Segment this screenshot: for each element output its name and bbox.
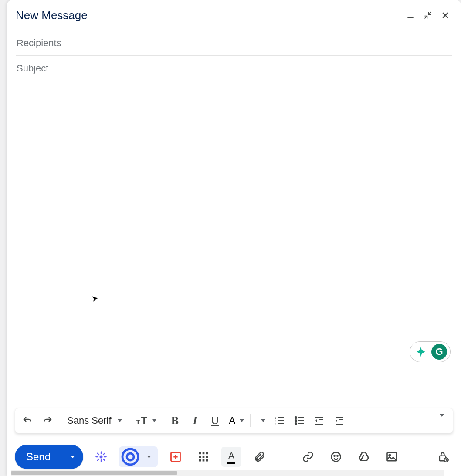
more-formatting-button[interactable] bbox=[434, 417, 450, 425]
grammarly-suggestions-icon[interactable] bbox=[413, 344, 429, 360]
insert-drive-button[interactable] bbox=[354, 447, 374, 467]
svg-point-33 bbox=[389, 455, 391, 456]
svg-rect-10 bbox=[101, 459, 102, 462]
svg-point-5 bbox=[295, 417, 297, 418]
close-button[interactable] bbox=[440, 10, 451, 20]
svg-rect-9 bbox=[101, 451, 102, 454]
bold-icon: B bbox=[171, 414, 179, 427]
grammarly-widget[interactable]: G bbox=[410, 341, 451, 362]
indent-less-icon bbox=[314, 415, 325, 426]
exit-fullscreen-button[interactable] bbox=[423, 10, 433, 20]
bold-button[interactable]: B bbox=[166, 411, 185, 430]
svg-text:3: 3 bbox=[275, 422, 276, 425]
header-fields bbox=[7, 26, 461, 81]
mouse-cursor-icon: ➤ bbox=[91, 293, 99, 304]
redo-button[interactable] bbox=[38, 411, 57, 430]
align-select[interactable] bbox=[253, 419, 269, 422]
insert-link-button[interactable] bbox=[298, 447, 318, 467]
minimize-icon bbox=[406, 11, 415, 20]
grid-icon bbox=[197, 451, 210, 463]
calendly-options-button[interactable] bbox=[141, 456, 157, 458]
subject-input[interactable] bbox=[16, 62, 452, 75]
separator bbox=[60, 414, 60, 427]
svg-text:1: 1 bbox=[275, 416, 276, 419]
svg-rect-21 bbox=[203, 452, 205, 455]
chevron-down-icon bbox=[147, 456, 151, 458]
svg-rect-24 bbox=[203, 456, 205, 458]
underline-button[interactable]: U bbox=[206, 411, 225, 430]
svg-point-18 bbox=[127, 453, 134, 460]
recipients-input[interactable] bbox=[16, 37, 452, 49]
bulleted-list-icon bbox=[294, 415, 305, 426]
svg-point-30 bbox=[334, 456, 335, 456]
asterisk-icon bbox=[95, 451, 107, 463]
horizontal-scrollbar[interactable] bbox=[11, 470, 444, 476]
text-color-icon: A bbox=[229, 415, 236, 426]
exit-fullscreen-icon bbox=[424, 11, 432, 20]
font-family-select[interactable]: Sans Serif bbox=[63, 415, 126, 426]
svg-rect-12 bbox=[104, 456, 107, 457]
svg-rect-23 bbox=[199, 456, 201, 458]
link-icon bbox=[302, 451, 314, 463]
compose-title: New Message bbox=[16, 9, 88, 22]
separator bbox=[163, 414, 163, 427]
message-body[interactable]: ➤ G bbox=[7, 81, 461, 408]
svg-rect-22 bbox=[206, 452, 208, 455]
svg-rect-28 bbox=[206, 459, 208, 462]
text-color-select[interactable]: A bbox=[226, 415, 248, 426]
redo-icon bbox=[42, 415, 53, 426]
indent-less-button[interactable] bbox=[310, 411, 329, 430]
italic-button[interactable]: I bbox=[186, 411, 205, 430]
scrollbar-thumb[interactable] bbox=[11, 471, 177, 475]
send-button-group: Send bbox=[15, 445, 83, 469]
italic-icon: I bbox=[193, 414, 197, 427]
chevron-down-icon bbox=[440, 414, 444, 424]
apps-grid-button[interactable] bbox=[193, 447, 214, 467]
window-controls bbox=[405, 10, 452, 20]
emoji-icon bbox=[330, 451, 342, 463]
chevron-down-icon bbox=[261, 419, 265, 422]
send-options-button[interactable] bbox=[62, 445, 83, 469]
plus-square-icon bbox=[169, 451, 182, 463]
font-size-icon: T T bbox=[136, 415, 148, 427]
underline-icon: U bbox=[211, 415, 219, 427]
font-size-select[interactable]: T T bbox=[132, 415, 160, 427]
insert-emoji-button[interactable] bbox=[326, 447, 346, 467]
chevron-down-icon bbox=[71, 456, 75, 458]
confidential-mode-button[interactable] bbox=[433, 447, 453, 467]
svg-point-6 bbox=[295, 420, 297, 422]
chevron-down-icon bbox=[118, 419, 122, 422]
svg-point-7 bbox=[295, 423, 297, 425]
svg-text:2: 2 bbox=[275, 419, 276, 422]
chevron-down-icon bbox=[152, 419, 156, 422]
chevron-down-icon bbox=[240, 419, 244, 422]
bulleted-list-button[interactable] bbox=[290, 411, 309, 430]
recipients-row bbox=[16, 31, 452, 56]
calendly-button[interactable] bbox=[120, 447, 141, 466]
add-extension-button[interactable] bbox=[166, 447, 186, 467]
undo-button[interactable] bbox=[18, 411, 37, 430]
separator bbox=[250, 414, 251, 427]
minimize-button[interactable] bbox=[405, 10, 416, 20]
undo-icon bbox=[22, 415, 33, 426]
drive-icon bbox=[358, 451, 370, 463]
insert-photo-button[interactable] bbox=[382, 447, 402, 467]
grammarly-logo-icon[interactable]: G bbox=[431, 344, 447, 360]
asterisk-extension-button[interactable] bbox=[91, 447, 111, 467]
svg-rect-27 bbox=[203, 459, 205, 462]
attach-file-button[interactable] bbox=[249, 447, 269, 467]
svg-rect-25 bbox=[206, 456, 208, 458]
indent-more-button[interactable] bbox=[330, 411, 349, 430]
svg-rect-14 bbox=[97, 458, 100, 461]
send-button[interactable]: Send bbox=[15, 445, 62, 469]
svg-rect-20 bbox=[199, 452, 201, 455]
svg-rect-15 bbox=[97, 452, 100, 456]
separator bbox=[129, 414, 129, 427]
numbered-list-button[interactable]: 1 2 3 bbox=[270, 411, 289, 430]
text-color-icon: A bbox=[227, 450, 236, 464]
svg-point-17 bbox=[122, 449, 138, 465]
formatting-toolbar: Sans Serif T T B I U A 1 2 3 bbox=[15, 408, 453, 433]
text-color-button[interactable]: A bbox=[221, 447, 241, 467]
subject-row bbox=[16, 56, 452, 81]
svg-rect-11 bbox=[95, 456, 98, 457]
